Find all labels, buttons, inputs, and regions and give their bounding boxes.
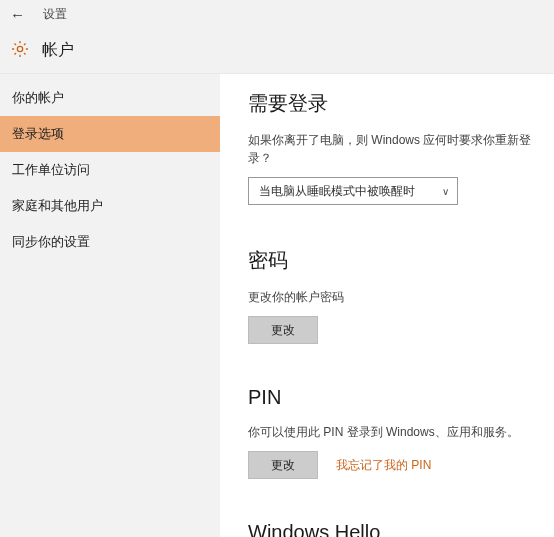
sidebar-item-family-other-users[interactable]: 家庭和其他用户 (0, 188, 220, 224)
signin-timing-select[interactable]: 当电脑从睡眠模式中被唤醒时 ∨ (248, 177, 458, 205)
sidebar-item-label: 家庭和其他用户 (12, 197, 103, 215)
sidebar-item-label: 工作单位访问 (12, 161, 90, 179)
section-title-pin: PIN (248, 386, 534, 409)
signin-desc: 如果你离开了电脑，则 Windows 应何时要求你重新登录？ (248, 131, 534, 167)
forgot-pin-link[interactable]: 我忘记了我的 PIN (336, 457, 431, 474)
sidebar-item-sync-settings[interactable]: 同步你的设置 (0, 224, 220, 260)
select-value: 当电脑从睡眠模式中被唤醒时 (259, 183, 415, 200)
button-label: 更改 (271, 322, 295, 339)
back-arrow-icon[interactable]: ← (10, 7, 25, 22)
section-title-signin: 需要登录 (248, 90, 534, 117)
section-title-password: 密码 (248, 247, 534, 274)
change-pin-button[interactable]: 更改 (248, 451, 318, 479)
titlebar: ← 设置 (0, 0, 554, 28)
section-title-hello: Windows Hello (248, 521, 534, 537)
main-content: 需要登录 如果你离开了电脑，则 Windows 应何时要求你重新登录？ 当电脑从… (220, 74, 554, 537)
button-label: 更改 (271, 457, 295, 474)
change-password-button[interactable]: 更改 (248, 316, 318, 344)
password-desc: 更改你的帐户密码 (248, 288, 534, 306)
sidebar-item-signin-options[interactable]: 登录选项 (0, 116, 220, 152)
sidebar-item-work-access[interactable]: 工作单位访问 (0, 152, 220, 188)
pin-desc: 你可以使用此 PIN 登录到 Windows、应用和服务。 (248, 423, 534, 441)
sidebar-item-label: 你的帐户 (12, 89, 64, 107)
sidebar-item-label: 登录选项 (12, 125, 64, 143)
titlebar-title: 设置 (43, 6, 67, 23)
sidebar-item-your-account[interactable]: 你的帐户 (0, 80, 220, 116)
page-header: 帐户 (0, 28, 554, 74)
gear-icon (10, 39, 30, 62)
header-title: 帐户 (42, 40, 74, 61)
sidebar: 你的帐户 登录选项 工作单位访问 家庭和其他用户 同步你的设置 (0, 74, 220, 537)
svg-point-0 (17, 46, 22, 51)
sidebar-item-label: 同步你的设置 (12, 233, 90, 251)
chevron-down-icon: ∨ (442, 186, 449, 197)
